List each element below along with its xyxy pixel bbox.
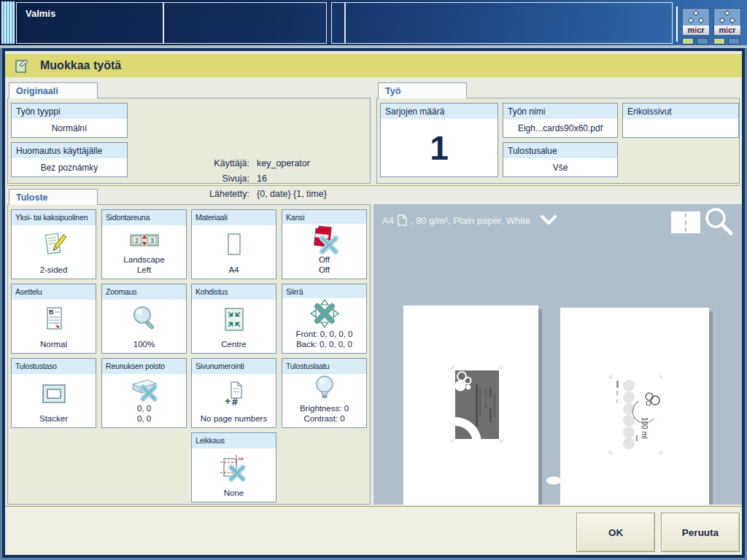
status-bar: Valmis micr micr [0,0,747,45]
info-row: Lähetetty: {0, date} {1, time} [158,187,376,202]
toner-level-blue [728,38,740,44]
option-alignment[interactable]: Kohdistus Centre [191,284,276,354]
sets-count-value: 1 [430,128,449,168]
option-shift[interactable]: Siirrä Front: 0, 0, 0, 0Back: 0, 0, 0, 0 [282,284,367,354]
chevron-down-icon [540,215,557,225]
special-pages-label: Erikoissivut [623,104,738,119]
centre-align-icon [220,305,249,334]
two-sided-icon [39,230,69,260]
option-media[interactable]: Materiaali A4 [191,209,276,279]
sets-count-button[interactable]: Sarjojen määrä 1 [380,103,498,177]
media-description: , 80 g/m², Plain paper, White [411,215,530,226]
job-name-label: Työn nimi [503,104,617,119]
page-title: Muokkaa työtä [40,59,121,72]
option-layout[interactable]: Asettelu B Normal [11,284,96,354]
shift-move-icon [309,298,340,329]
edit-job-icon [14,58,30,74]
status-box-message: Valmis [16,2,163,44]
media-selector[interactable]: A4 , 80 g/m², Plain paper, White [382,214,557,226]
tab-originaali[interactable]: Originaali [9,82,98,98]
svg-text:✂: ✂ [238,455,244,463]
user-note-label: Huomautus käyttäjälle [12,143,127,158]
job-type-label: Työn tyyppi [12,104,127,119]
option-output-tray[interactable]: Tulostustaso Stacker [11,358,96,428]
preview-page-front [403,306,538,505]
toner-level-green [682,38,694,44]
svg-text:B: B [49,308,54,316]
user-note-value: Bez poznámky [12,158,127,176]
option-cover[interactable]: Kansi OffOff [282,209,367,279]
trim-none-icon: ✂ [218,453,250,483]
spread-view-icon[interactable] [671,211,700,233]
option-duplex[interactable]: Yksi- tai kaksipuolinen 2-s [11,209,96,279]
option-print-quality[interactable]: Tulostuslaatu Brightness: 0Contrast: 0 [282,358,367,428]
svg-text:3: 3 [150,237,154,244]
dialog-title-bar: Muokkaa työtä [5,54,742,77]
preview-page-back: 100 ml [560,308,709,505]
info-row: Käyttäjä: key_operator [158,156,376,171]
toner-level-blue [697,38,708,44]
status-box-3 [331,2,345,44]
status-box-4 [345,2,673,44]
special-pages-button[interactable]: Erikoissivut [622,103,739,138]
zoom-100-icon [129,304,160,335]
media-a4-icon [220,230,249,260]
svg-text:+: + [225,395,231,407]
output-section: Yksi- tai kaksipuolinen 2-s [7,204,371,505]
tab-tuloste[interactable]: Tuloste [9,189,98,205]
svg-text:2: 2 [135,237,139,244]
ok-button[interactable]: OK [576,513,655,552]
preview-panel: A4 , 80 g/m², Plain paper, White [374,204,742,505]
micr-icon[interactable]: micr [713,8,741,44]
stacker-tray-icon [39,381,69,407]
edit-job-dialog: Muokkaa työtä Originaali Työn tyyppi Nor… [2,48,745,558]
option-zoom[interactable]: Zoomaus 100% [101,284,187,354]
original-section: Työn tyyppi Normální Huomautus käyttäjäl… [7,98,371,184]
option-trimming[interactable]: Leikkaus ✂ None [191,432,276,502]
job-name-button[interactable]: Työn nimi Eigh...cards90x60.pdf [503,103,618,138]
edge-erase-icon [128,374,160,403]
special-pages-value [623,119,738,137]
svg-text:#: # [232,396,238,408]
page-number-icon: + # [220,379,249,408]
footer-bar: OK Peruuta [5,506,742,555]
sets-count-label: Sarjojen määrä [381,104,498,119]
option-edge-erase[interactable]: Reunuksen poisto 0, 00, 0 [101,358,187,428]
magnifier-icon[interactable] [703,207,735,239]
option-page-numbering[interactable]: Sivunumerointi + # No page numbers [191,358,276,428]
decorative-stripes [1,1,15,44]
job-type-button[interactable]: Työn tyyppi Normální [11,103,128,138]
card-volume-text: 100 ml [640,417,649,439]
user-note-button[interactable]: Huomautus käyttäjälle Bez poznámky [11,142,128,177]
job-name-value: Eigh...cards90x60.pdf [503,119,617,137]
print-range-label: Tulostusalue [503,143,617,158]
job-section: Sarjojen määrä 1 Työn nimi Eigh...cards9… [376,98,740,184]
cover-off-icon [309,224,340,254]
media-size: A4 [382,215,394,226]
status-text: Valmis [26,8,55,19]
status-box-2 [163,2,327,44]
binding-edge-icon: 2 3 [128,229,160,251]
print-range-button[interactable]: Tulostusalue Vše [503,142,618,177]
job-type-value: Normální [12,119,127,137]
brightness-bulb-icon [311,374,338,403]
status-separator [676,7,678,42]
toner-level-green [713,38,725,44]
cancel-button[interactable]: Peruuta [661,513,740,552]
layout-normal-icon: B [39,305,69,334]
tab-tyo[interactable]: Työ [378,82,467,98]
info-row: Sivuja: 16 [158,171,376,187]
option-binding-edge[interactable]: Sidontareuna 2 3 LandscapeLeft [101,209,187,279]
print-range-value: Vše [503,158,617,176]
page-icon [398,214,407,226]
plug-icon [546,475,575,486]
micr-icon[interactable]: micr [682,8,710,44]
